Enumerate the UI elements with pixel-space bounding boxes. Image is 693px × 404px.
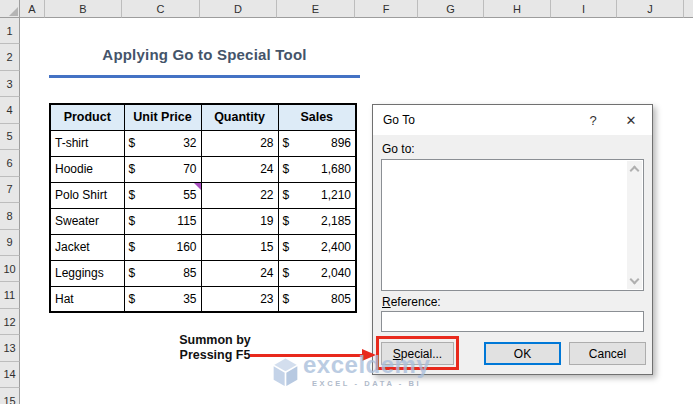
reference-input[interactable] [381, 311, 644, 332]
column-header-J[interactable]: J [617, 0, 684, 18]
table-row: Jacket$16015$2,400 [50, 234, 356, 260]
column-header-A[interactable]: A [20, 0, 45, 18]
row-header-6[interactable]: 6 [0, 150, 20, 176]
table-cell[interactable]: $1,210 [278, 182, 356, 208]
cancel-button[interactable]: Cancel [569, 342, 646, 365]
row-header-8[interactable]: 8 [0, 203, 20, 229]
table-cell[interactable]: $70 [124, 156, 201, 182]
ok-button[interactable]: OK [484, 342, 561, 365]
cell-value: 115 [177, 214, 196, 228]
table-cell[interactable]: $1,680 [278, 156, 356, 182]
header-sales[interactable]: Sales [278, 104, 356, 130]
reference-label: Reference: [382, 295, 441, 309]
table-cell[interactable]: Hat [50, 286, 124, 312]
header-product[interactable]: Product [50, 104, 124, 130]
exceldemy-logo-icon [271, 357, 300, 388]
table-cell[interactable]: 19 [201, 208, 278, 234]
table-cell[interactable]: 23 [201, 286, 278, 312]
special-button[interactable]: Special... [381, 342, 454, 365]
row-header-1[interactable]: 1 [0, 18, 20, 44]
watermark-tagline: EXCEL - DATA - BI [303, 379, 430, 388]
row-header-2[interactable]: 2 [0, 44, 20, 70]
table-cell[interactable]: $160 [124, 234, 201, 260]
column-header-E[interactable]: E [277, 0, 355, 18]
column-header-I[interactable]: I [551, 0, 617, 18]
annotation-line1: Summon by [165, 333, 265, 348]
header-unit-price[interactable]: Unit Price [124, 104, 201, 130]
select-all-corner[interactable] [0, 0, 20, 18]
table-cell[interactable]: 22 [201, 182, 278, 208]
row-header-13[interactable]: 13 [0, 335, 20, 361]
table-cell[interactable]: 24 [201, 156, 278, 182]
listbox-scrollbar[interactable] [627, 161, 642, 289]
row-header-3[interactable]: 3 [0, 71, 20, 97]
table-cell[interactable]: Hoodie [50, 156, 124, 182]
row-header-10[interactable]: 10 [0, 256, 20, 282]
table-cell[interactable]: $2,185 [278, 208, 356, 234]
table-cell[interactable]: Jacket [50, 234, 124, 260]
table-cell[interactable]: $2,400 [278, 234, 356, 260]
currency-symbol: $ [283, 292, 290, 306]
row-header-12[interactable]: 12 [0, 309, 20, 335]
row-header-7[interactable]: 7 [0, 177, 20, 203]
currency-symbol: $ [283, 266, 290, 280]
table-cell[interactable]: $805 [278, 286, 356, 312]
table-cell[interactable]: $32 [124, 130, 201, 156]
table-cell[interactable]: T-shirt [50, 130, 124, 156]
excel-screenshot: { "sheet": { "column_headers": ["A","B",… [0, 0, 693, 404]
currency-symbol: $ [283, 136, 290, 150]
cell-value: 1,680 [321, 162, 351, 176]
cell-value: 55 [183, 188, 196, 202]
annotation-arrow [250, 354, 363, 357]
annotation-arrowhead-icon [362, 349, 376, 361]
column-header-C[interactable]: C [122, 0, 200, 18]
help-icon[interactable]: ? [576, 113, 610, 128]
cell-value: 2,040 [321, 266, 351, 280]
table-row: T-shirt$3228$896 [50, 130, 356, 156]
table-cell[interactable]: $115 [124, 208, 201, 234]
column-header-D[interactable]: D [200, 0, 277, 18]
table-cell[interactable]: $55 [124, 182, 201, 208]
column-header-H[interactable]: H [484, 0, 551, 18]
product-table-body: T-shirt$3228$896Hoodie$7024$1,680Polo Sh… [50, 130, 356, 312]
annotation-callout: Summon by Pressing F5 [165, 333, 265, 364]
dialog-body: Go to: Reference: Special... OK Cancel [373, 135, 652, 374]
table-cell[interactable]: 28 [201, 130, 278, 156]
column-headers: ABCDEFGHIJ [20, 0, 693, 18]
cell-value: 805 [331, 292, 351, 306]
header-quantity[interactable]: Quantity [201, 104, 278, 130]
goto-dialog: Go To ? ✕ Go to: Reference: Special... O… [372, 104, 653, 375]
table-cell[interactable]: $2,040 [278, 260, 356, 286]
column-header-F[interactable]: F [355, 0, 418, 18]
table-row: Leggings$8524$2,040 [50, 260, 356, 286]
row-header-15[interactable]: 15 [0, 388, 20, 404]
table-cell[interactable]: Leggings [50, 260, 124, 286]
row-header-4[interactable]: 4 [0, 97, 20, 123]
dialog-titlebar[interactable]: Go To ? ✕ [373, 105, 652, 135]
close-icon[interactable]: ✕ [610, 113, 652, 128]
table-cell[interactable]: 15 [201, 234, 278, 260]
goto-listbox[interactable] [381, 159, 644, 291]
scroll-down-icon[interactable] [630, 275, 640, 285]
row-header-5[interactable]: 5 [0, 124, 20, 150]
table-cell[interactable]: $896 [278, 130, 356, 156]
comment-indicator-icon [194, 183, 201, 190]
scroll-up-icon[interactable] [630, 166, 640, 176]
column-header-B[interactable]: B [45, 0, 122, 18]
table-header-row: Product Unit Price Quantity Sales [50, 104, 356, 130]
table-cell[interactable]: 24 [201, 260, 278, 286]
table-cell[interactable]: Sweater [50, 208, 124, 234]
cell-value: 85 [183, 266, 196, 280]
goto-label: Go to: [382, 142, 415, 156]
cell-value: 160 [176, 240, 196, 254]
row-header-11[interactable]: 11 [0, 282, 20, 308]
table-cell[interactable]: Polo Shirt [50, 182, 124, 208]
table-cell[interactable]: $85 [124, 260, 201, 286]
column-header-partial[interactable] [684, 0, 693, 18]
table-cell[interactable]: $35 [124, 286, 201, 312]
cell-value: 35 [183, 292, 196, 306]
column-header-G[interactable]: G [418, 0, 484, 18]
row-header-14[interactable]: 14 [0, 362, 20, 388]
row-header-9[interactable]: 9 [0, 230, 20, 256]
currency-symbol: $ [129, 188, 136, 202]
